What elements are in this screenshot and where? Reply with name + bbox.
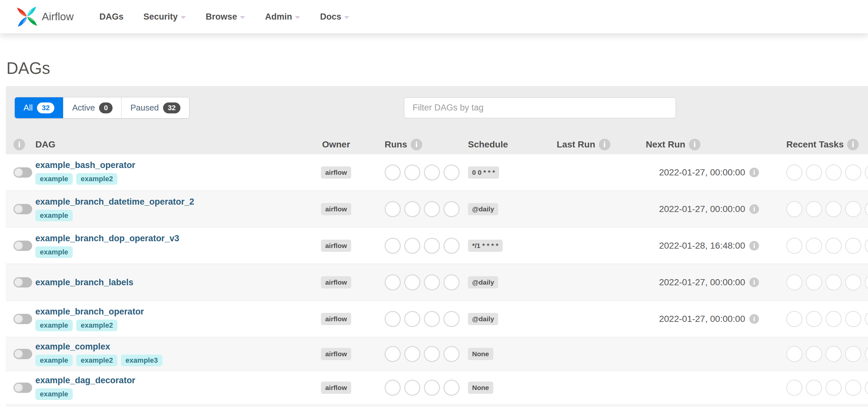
dag-pause-toggle[interactable] (13, 167, 32, 178)
dag-link[interactable]: example_branch_labels (35, 277, 133, 287)
run-status-circle[interactable] (443, 311, 460, 327)
schedule-badge[interactable]: 0 0 * * * (468, 166, 499, 179)
dag-pause-toggle[interactable] (13, 204, 32, 214)
run-status-circle[interactable] (424, 165, 440, 180)
run-status-circle[interactable] (424, 311, 440, 327)
dag-tag[interactable]: example3 (121, 354, 162, 366)
run-status-circle[interactable] (404, 238, 420, 254)
recent-task-circle[interactable] (806, 201, 822, 217)
recent-task-circle[interactable] (845, 201, 861, 217)
run-status-circle[interactable] (424, 380, 440, 396)
recent-task-circle[interactable] (806, 274, 822, 291)
dag-tag[interactable]: example (35, 173, 73, 185)
recent-task-circle[interactable] (845, 346, 861, 362)
dag-pause-toggle[interactable] (13, 382, 32, 393)
dag-tag[interactable]: example2 (76, 173, 117, 185)
recent-task-circle[interactable] (806, 238, 822, 254)
recent-task-circle[interactable] (786, 346, 802, 362)
nav-link-docs[interactable]: Docs (320, 12, 349, 22)
run-status-circle[interactable] (384, 238, 401, 254)
schedule-badge[interactable]: None (468, 382, 493, 394)
dag-tag[interactable]: example (35, 246, 73, 258)
dag-tag[interactable]: example (35, 354, 73, 366)
run-status-circle[interactable] (424, 274, 440, 291)
run-status-circle[interactable] (404, 380, 420, 396)
tab-all[interactable]: All32 (15, 97, 63, 118)
run-status-circle[interactable] (424, 346, 440, 362)
run-status-circle[interactable] (404, 346, 420, 362)
dag-link[interactable]: example_complex (35, 342, 110, 352)
recent-task-circle[interactable] (786, 380, 802, 396)
run-status-circle[interactable] (443, 201, 460, 217)
recent-task-circle[interactable] (786, 274, 802, 291)
recent-task-circle[interactable] (865, 201, 868, 217)
recent-task-circle[interactable] (865, 238, 868, 254)
schedule-badge[interactable]: @daily (468, 313, 498, 325)
schedule-badge[interactable]: None (468, 348, 493, 360)
run-status-circle[interactable] (443, 274, 460, 291)
recent-task-circle[interactable] (826, 201, 842, 217)
dag-pause-toggle[interactable] (13, 277, 32, 287)
dag-link[interactable]: example_branch_operator (35, 307, 144, 317)
tab-paused[interactable]: Paused32 (121, 97, 189, 118)
nav-link-security[interactable]: Security (144, 12, 186, 22)
recent-task-circle[interactable] (826, 346, 842, 362)
recent-task-circle[interactable] (845, 238, 861, 254)
recent-task-circle[interactable] (786, 238, 802, 254)
recent-task-circle[interactable] (845, 274, 861, 291)
dag-tag[interactable]: example (35, 210, 73, 221)
nav-link-admin[interactable]: Admin (265, 12, 300, 22)
dag-link[interactable]: example_branch_dop_operator_v3 (35, 234, 179, 243)
recent-task-circle[interactable] (806, 311, 822, 327)
recent-task-circle[interactable] (865, 274, 868, 291)
run-status-circle[interactable] (384, 311, 401, 327)
run-status-circle[interactable] (384, 274, 401, 291)
run-status-circle[interactable] (384, 380, 401, 396)
recent-task-circle[interactable] (845, 165, 861, 180)
filter-dags-by-tag-input[interactable] (404, 97, 676, 118)
run-status-circle[interactable] (443, 165, 460, 180)
recent-task-circle[interactable] (865, 311, 868, 327)
dag-tag[interactable]: example2 (76, 354, 117, 366)
dag-link[interactable]: example_bash_operator (35, 160, 135, 170)
dag-tag[interactable]: example2 (76, 319, 117, 331)
recent-task-circle[interactable] (786, 165, 802, 180)
schedule-badge[interactable]: @daily (468, 203, 498, 215)
run-status-circle[interactable] (384, 201, 401, 217)
recent-task-circle[interactable] (806, 380, 822, 396)
tab-active[interactable]: Active0 (63, 97, 121, 118)
airflow-brand[interactable]: Airflow (16, 6, 74, 28)
recent-task-circle[interactable] (826, 311, 842, 327)
nav-link-dags[interactable]: DAGs (99, 12, 124, 22)
run-status-circle[interactable] (424, 201, 440, 217)
recent-task-circle[interactable] (826, 165, 842, 180)
recent-task-circle[interactable] (806, 165, 822, 180)
dag-link[interactable]: example_branch_datetime_operator_2 (35, 197, 194, 207)
dag-tag[interactable]: example (35, 388, 73, 400)
recent-task-circle[interactable] (786, 311, 802, 327)
run-status-circle[interactable] (384, 346, 401, 362)
dag-link[interactable]: example_dag_decorator (35, 375, 135, 385)
run-status-circle[interactable] (404, 201, 420, 217)
dag-tag[interactable]: example (35, 319, 73, 331)
dag-pause-toggle[interactable] (13, 349, 32, 359)
run-status-circle[interactable] (404, 165, 420, 180)
dag-pause-toggle[interactable] (13, 241, 32, 251)
recent-task-circle[interactable] (865, 346, 868, 362)
run-status-circle[interactable] (404, 311, 420, 327)
run-status-circle[interactable] (443, 238, 460, 254)
recent-task-circle[interactable] (786, 201, 802, 217)
run-status-circle[interactable] (443, 346, 460, 362)
run-status-circle[interactable] (384, 165, 401, 180)
run-status-circle[interactable] (424, 238, 440, 254)
recent-task-circle[interactable] (806, 346, 822, 362)
nav-link-browse[interactable]: Browse (206, 12, 245, 22)
recent-task-circle[interactable] (865, 380, 868, 396)
recent-task-circle[interactable] (826, 274, 842, 291)
schedule-badge[interactable]: @daily (468, 276, 498, 289)
run-status-circle[interactable] (404, 274, 420, 291)
recent-task-circle[interactable] (865, 165, 868, 180)
recent-task-circle[interactable] (826, 238, 842, 254)
recent-task-circle[interactable] (845, 380, 861, 396)
recent-task-circle[interactable] (826, 380, 842, 396)
